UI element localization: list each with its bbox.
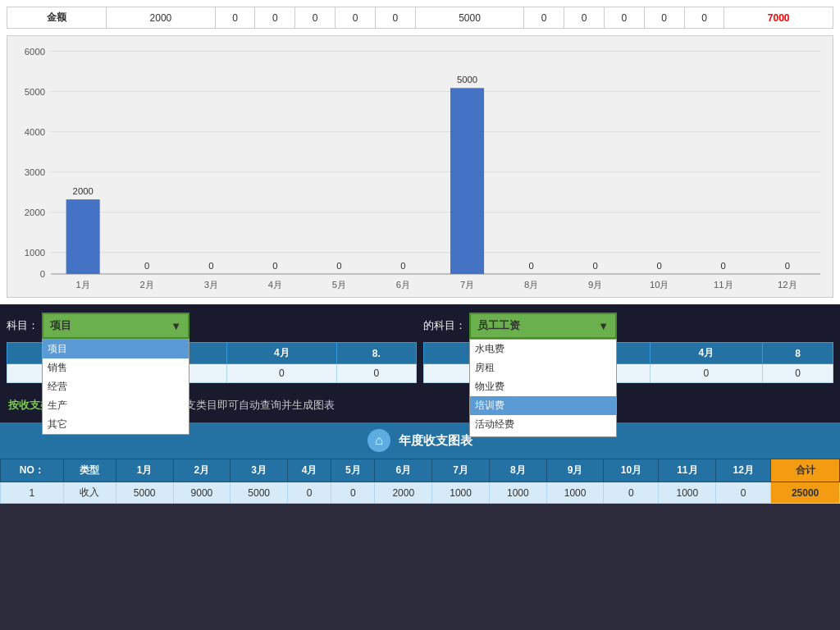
svg-text:10月: 10月 [650, 280, 669, 290]
row-dec: 0 [716, 482, 771, 504]
amount-feb: 0 [215, 7, 255, 29]
svg-text:5000: 5000 [457, 75, 477, 84]
th-jan: 1月 [116, 459, 173, 482]
th-jul: 7月 [432, 459, 490, 482]
svg-text:0: 0 [336, 261, 341, 271]
right-dropdown-title: 员工工资 [477, 318, 520, 333]
amount-nov: 0 [644, 7, 684, 29]
th-may: 5月 [331, 459, 375, 482]
svg-text:0: 0 [40, 269, 45, 279]
svg-text:0: 0 [592, 261, 597, 271]
row-total: 25000 [771, 482, 840, 504]
svg-text:2000: 2000 [73, 186, 94, 196]
right-td-3: 0 [763, 364, 833, 383]
table-row: 1 收入 5000 9000 5000 0 0 2000 1000 1000 1… [1, 482, 840, 504]
row-jan: 5000 [116, 482, 173, 504]
right-dropdown-header[interactable]: 员工工资 ▼ [469, 313, 617, 339]
svg-text:4000: 4000 [25, 127, 45, 137]
right-td-2: 0 [650, 364, 763, 383]
amount-mar: 0 [255, 7, 295, 29]
svg-text:5000: 5000 [25, 87, 45, 97]
svg-text:7月: 7月 [460, 280, 474, 290]
bar-jul [450, 88, 484, 274]
th-type: 类型 [63, 459, 116, 482]
bar-chart-svg: 6000 5000 4000 3000 2000 1000 0 2000 0 [16, 44, 824, 293]
svg-text:0: 0 [400, 261, 405, 271]
amount-jul: 5000 [415, 7, 523, 29]
left-dropdown-container[interactable]: 项目 ▼ 项目 销售 经营 生产 其它 [42, 313, 189, 339]
th-feb: 2月 [173, 459, 231, 482]
amount-table: 金额 2000 0 0 0 0 0 5000 0 0 0 0 0 7000 [7, 7, 833, 29]
middle-section: 科目： 项目 ▼ 项目 销售 经营 生产 其它 2月 3月 4月 [0, 304, 840, 391]
svg-text:5月: 5月 [332, 280, 346, 290]
left-item-1[interactable]: 销售 [43, 358, 189, 377]
svg-text:9月: 9月 [588, 280, 602, 290]
amount-sep: 0 [564, 7, 605, 29]
left-item-4[interactable]: 其它 [43, 415, 189, 434]
th-total: 合计 [771, 459, 840, 482]
left-th-extra: 8. [336, 343, 416, 364]
left-th-apr: 4月 [226, 343, 336, 364]
th-jun: 6月 [375, 459, 432, 482]
th-sep: 9月 [546, 459, 604, 482]
th-aug: 8月 [489, 459, 546, 482]
right-item-4[interactable]: 活动经费 [470, 415, 616, 434]
left-item-2[interactable]: 经营 [43, 377, 189, 396]
right-panel: 的科目： 员工工资 ▼ 水电费 房租 物业费 培训费 活动经费 差旅费 采购 [423, 313, 833, 383]
row-jun: 2000 [375, 482, 432, 504]
th-apr: 4月 [288, 459, 331, 482]
row-mar: 5000 [231, 482, 288, 504]
svg-text:0: 0 [785, 261, 790, 271]
svg-text:0: 0 [657, 261, 662, 271]
svg-text:6000: 6000 [25, 46, 45, 56]
amount-total: 7000 [724, 7, 833, 29]
right-item-5[interactable]: 差旅费 [470, 434, 616, 437]
row-aug: 1000 [489, 482, 546, 504]
annual-table: NO： 类型 1月 2月 3月 4月 5月 6月 7月 8月 9月 10月 11… [0, 459, 840, 504]
svg-text:1000: 1000 [25, 248, 45, 258]
right-item-2[interactable]: 物业费 [470, 377, 616, 396]
left-item-0[interactable]: 项目 [43, 340, 189, 358]
svg-text:0: 0 [272, 261, 277, 271]
amount-apr: 0 [295, 7, 336, 29]
amount-label: 金额 [7, 7, 107, 29]
left-dropdown-list[interactable]: 项目 销售 经营 生产 其它 [42, 339, 189, 435]
th-no: NO： [1, 459, 64, 482]
svg-text:2000: 2000 [25, 208, 45, 217]
bar-chart-container: 6000 5000 4000 3000 2000 1000 0 2000 0 [7, 35, 833, 298]
right-panel-label: 的科目： [423, 318, 466, 333]
amount-may: 0 [336, 7, 376, 29]
bar-jan [66, 199, 100, 274]
left-dropdown-title: 项目 [50, 318, 71, 333]
th-oct: 10月 [604, 459, 659, 482]
row-oct: 0 [604, 482, 659, 504]
left-panel-header: 科目： 项目 ▼ 项目 销售 经营 生产 其它 [7, 313, 417, 339]
right-item-1[interactable]: 房租 [470, 358, 616, 377]
right-dropdown-arrow: ▼ [598, 320, 609, 332]
amount-jun: 0 [375, 7, 415, 29]
svg-text:3月: 3月 [204, 280, 218, 290]
svg-text:0: 0 [528, 261, 533, 271]
svg-text:0: 0 [144, 261, 149, 271]
left-dropdown-header[interactable]: 项目 ▼ [42, 313, 189, 339]
left-panel-label: 科目： [7, 318, 39, 333]
annual-chart-title: 年度收支图表 [399, 433, 472, 449]
left-panel: 科目： 项目 ▼ 项目 销售 经营 生产 其它 2月 3月 4月 [7, 313, 417, 383]
row-may: 0 [331, 482, 375, 504]
home-icon[interactable]: ⌂ [368, 429, 390, 452]
amount-oct: 0 [604, 7, 644, 29]
th-mar: 3月 [231, 459, 288, 482]
right-dropdown-container[interactable]: 员工工资 ▼ 水电费 房租 物业费 培训费 活动经费 差旅费 采购 [469, 313, 617, 339]
row-apr: 0 [288, 482, 331, 504]
left-dropdown-arrow: ▼ [171, 320, 181, 332]
right-item-3[interactable]: 培训费 [470, 396, 616, 415]
amount-dec: 0 [684, 7, 724, 29]
right-item-0[interactable]: 水电费 [470, 340, 616, 358]
right-dropdown-list[interactable]: 水电费 房租 物业费 培训费 活动经费 差旅费 采购 [469, 339, 617, 437]
left-item-3[interactable]: 生产 [43, 396, 189, 415]
row-no: 1 [1, 482, 64, 504]
svg-text:1月: 1月 [76, 280, 90, 290]
svg-text:12月: 12月 [778, 280, 797, 290]
svg-text:2月: 2月 [140, 280, 154, 290]
row-sep: 1000 [546, 482, 604, 504]
